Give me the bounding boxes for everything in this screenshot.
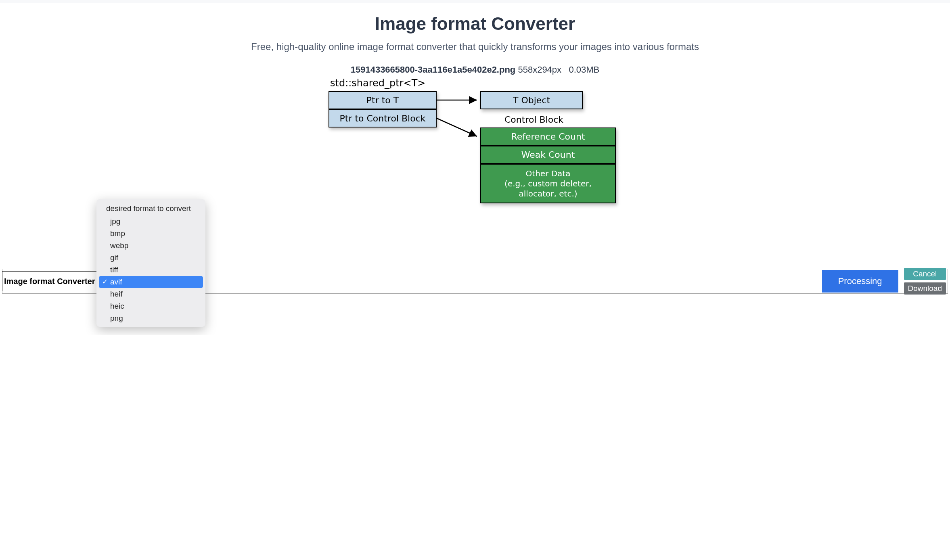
format-dropdown-header: desired format to convert — [99, 202, 203, 215]
format-option-tiff[interactable]: tiff — [99, 264, 203, 276]
converter-bar-label: Image format Converter — [2, 271, 97, 291]
file-info: 1591433665800-3aa116e1a5e402e2.png 558x2… — [0, 65, 950, 75]
file-name: 1591433665800-3aa116e1a5e402e2.png — [351, 65, 516, 75]
processing-button[interactable]: Processing — [822, 270, 898, 293]
format-option-webp[interactable]: webp — [99, 240, 203, 252]
format-option-png[interactable]: png — [99, 312, 203, 324]
format-option-jpg[interactable]: jpg — [99, 215, 203, 228]
download-button[interactable]: Download — [904, 282, 946, 295]
shared-ptr-diagram: std::shared_ptr<T> Ptr to T Ptr to Contr… — [329, 77, 621, 223]
diagram-box-ptr-cb: Ptr to Control Block — [329, 109, 437, 127]
file-size: 0.03MB — [569, 65, 599, 75]
file-dimensions: 558x294px — [518, 65, 561, 75]
diagram-box-ptr-t: Ptr to T — [329, 91, 437, 109]
page-subtitle: Free, high-quality online image format c… — [0, 41, 950, 52]
converter-action-column: Cancel Download — [904, 268, 946, 295]
format-option-bmp[interactable]: bmp — [99, 228, 203, 240]
top-strip — [0, 0, 950, 3]
format-option-gif[interactable]: gif — [99, 252, 203, 264]
page-title: Image format Converter — [0, 14, 950, 34]
diagram-box-weakcount: Weak Count — [480, 146, 616, 164]
diagram-box-t-object: T Object — [480, 91, 583, 109]
svg-line-1 — [437, 118, 477, 136]
diagram-caption: std::shared_ptr<T> — [330, 77, 425, 89]
control-block-label: Control Block — [504, 115, 563, 125]
format-option-heif[interactable]: heif — [99, 288, 203, 300]
format-option-avif[interactable]: avif — [99, 276, 203, 288]
page-main: Image format Converter Free, high-qualit… — [0, 14, 950, 223]
format-option-heic[interactable]: heic — [99, 300, 203, 312]
diagram-box-refcount: Reference Count — [480, 127, 616, 146]
diagram-arrows — [437, 91, 481, 140]
cancel-button[interactable]: Cancel — [904, 268, 946, 280]
diagram-box-otherdata: Other Data (e.g., custom deleter, alloca… — [480, 164, 616, 203]
format-dropdown[interactable]: desired format to convert jpgbmpwebpgift… — [96, 199, 205, 327]
